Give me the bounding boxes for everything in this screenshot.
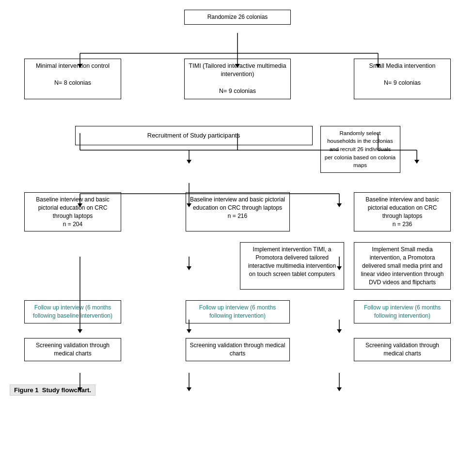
screening-box-2: Screening validation through medical cha… [186,338,290,361]
figure-caption-area: Figure 1 Study flowchart. [10,375,465,396]
followup-row: Follow up interview (6 months following … [10,300,465,323]
intervention-box-3: Implement Small media intervention, a Pr… [354,242,451,290]
baseline-box-1: Baseline interview and basic pictorial e… [24,192,121,231]
screening-box-3: Screening validation through medical cha… [354,338,451,361]
figure-label: Figure 1 [14,386,39,394]
followup-box-1: Follow up interview (6 months following … [24,300,121,323]
top-box: Randomize 26 colonias [184,10,291,25]
baseline-row: Baseline interview and basic pictorial e… [10,192,465,231]
screening-box-1: Screening validation through medical cha… [24,338,121,361]
followup-box-3: Follow up interview (6 months following … [354,300,451,323]
recruitment-row: Recruitment of Study participants Random… [10,126,465,173]
followup-box-2: Follow up interview (6 months following … [186,300,290,323]
branch-box-2: TIMI (Tailored interactive multimedia in… [184,59,291,99]
flowchart: Randomize 26 colonias [10,10,465,396]
figure-caption: Figure 1 Study flowchart. [10,384,95,396]
intervention-box-2: Implement intervention TIMI, a Promotora… [240,242,344,290]
recruitment-box: Recruitment of Study participants [75,126,313,145]
baseline-box-2: Baseline interview and basic pictorial e… [186,192,290,231]
branch-box-1: Minimal intervention controlN= 8 colonia… [24,59,121,99]
baseline-box-3: Baseline interview and basic pictorial e… [354,192,451,231]
side-box: Randomly select households in the coloni… [320,126,400,173]
intervention-row: Implement intervention TIMI, a Promotora… [10,242,465,290]
branch-row: Minimal intervention controlN= 8 colonia… [10,59,465,99]
branch-box-3: Small Media interventionN= 9 colonias [354,59,451,99]
figure-caption-text: Study flowchart. [42,386,91,394]
screening-row: Screening validation through medical cha… [10,338,465,361]
